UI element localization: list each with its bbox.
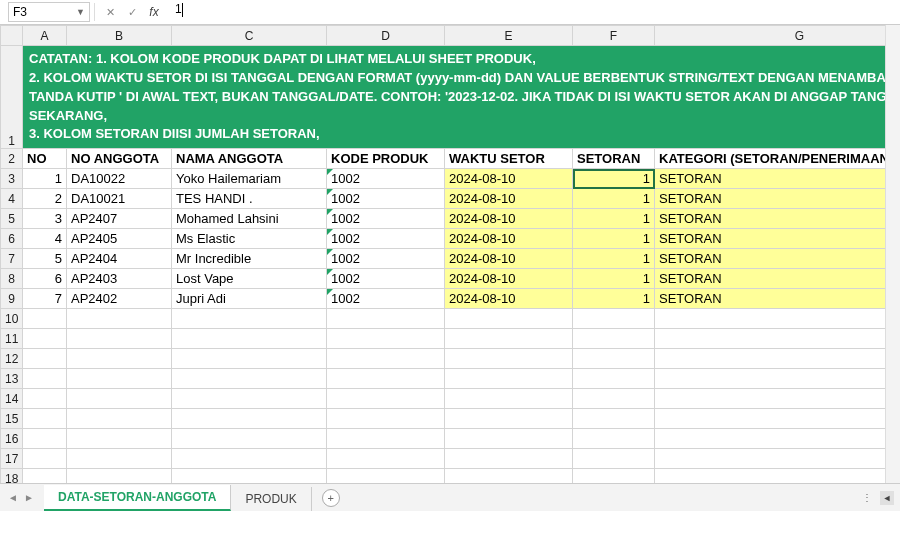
cell-B17[interactable] (67, 449, 172, 469)
cell-B10[interactable] (67, 309, 172, 329)
row-header-13[interactable]: 13 (1, 369, 23, 389)
cell-B12[interactable] (67, 349, 172, 369)
cell-A14[interactable] (23, 389, 67, 409)
hdr-waktu-setor[interactable]: WAKTU SETOR (445, 149, 573, 169)
cell-D12[interactable] (327, 349, 445, 369)
cell-G11[interactable] (655, 329, 901, 349)
cell-C17[interactable] (172, 449, 327, 469)
cell-G7[interactable]: SETORAN (655, 249, 901, 269)
hdr-setoran[interactable]: SETORAN (573, 149, 655, 169)
cell-C15[interactable] (172, 409, 327, 429)
cell-A11[interactable] (23, 329, 67, 349)
cell-C6[interactable]: Ms Elastic (172, 229, 327, 249)
col-header-B[interactable]: B (67, 26, 172, 46)
col-header-F[interactable]: F (573, 26, 655, 46)
row-header-7[interactable]: 7 (1, 249, 23, 269)
cell-F15[interactable] (573, 409, 655, 429)
cell-C7[interactable]: Mr Incredible (172, 249, 327, 269)
cell-F11[interactable] (573, 329, 655, 349)
col-header-G[interactable]: G (655, 26, 901, 46)
cell-G10[interactable] (655, 309, 901, 329)
cell-E4[interactable]: 2024-08-10 (445, 189, 573, 209)
cell-F13[interactable] (573, 369, 655, 389)
name-box[interactable]: F3 ▼ (8, 2, 90, 22)
cell-B4[interactable]: DA10021 (67, 189, 172, 209)
cell-D10[interactable] (327, 309, 445, 329)
cell-G13[interactable] (655, 369, 901, 389)
row-header-10[interactable]: 10 (1, 309, 23, 329)
cell-G6[interactable]: SETORAN (655, 229, 901, 249)
cell-A12[interactable] (23, 349, 67, 369)
check-icon[interactable]: ✓ (121, 2, 143, 22)
row-header-17[interactable]: 17 (1, 449, 23, 469)
cell-D3[interactable]: 1002 (327, 169, 445, 189)
cell-E14[interactable] (445, 389, 573, 409)
col-header-D[interactable]: D (327, 26, 445, 46)
cell-A5[interactable]: 3 (23, 209, 67, 229)
cell-C16[interactable] (172, 429, 327, 449)
cell-B5[interactable]: AP2407 (67, 209, 172, 229)
hdr-kode-produk[interactable]: KODE PRODUK (327, 149, 445, 169)
cell-F17[interactable] (573, 449, 655, 469)
hdr-no-anggota[interactable]: NO ANGGOTA (67, 149, 172, 169)
vertical-scrollbar[interactable] (885, 25, 900, 483)
cell-D16[interactable] (327, 429, 445, 449)
formula-input[interactable]: 1 (169, 2, 892, 22)
hdr-nama-anggota[interactable]: NAMA ANGGOTA (172, 149, 327, 169)
add-sheet-button[interactable]: + (322, 489, 340, 507)
cell-E15[interactable] (445, 409, 573, 429)
row-header-8[interactable]: 8 (1, 269, 23, 289)
cell-F10[interactable] (573, 309, 655, 329)
row-header-16[interactable]: 16 (1, 429, 23, 449)
cell-G5[interactable]: SETORAN (655, 209, 901, 229)
cell-E3[interactable]: 2024-08-10 (445, 169, 573, 189)
cell-F4[interactable]: 1 (573, 189, 655, 209)
cell-D5[interactable]: 1002 (327, 209, 445, 229)
cell-B15[interactable] (67, 409, 172, 429)
nav-next-icon[interactable]: ► (22, 491, 36, 505)
hdr-kategori[interactable]: KATEGORI (SETORAN/PENERIMAAN JASA) (655, 149, 901, 169)
cell-G9[interactable]: SETORAN (655, 289, 901, 309)
cell-B7[interactable]: AP2404 (67, 249, 172, 269)
cell-D17[interactable] (327, 449, 445, 469)
col-header-E[interactable]: E (445, 26, 573, 46)
cell-D9[interactable]: 1002 (327, 289, 445, 309)
cell-C13[interactable] (172, 369, 327, 389)
nav-prev-icon[interactable]: ◄ (6, 491, 20, 505)
cell-E11[interactable] (445, 329, 573, 349)
cell-C3[interactable]: Yoko Hailemariam (172, 169, 327, 189)
row-header-4[interactable]: 4 (1, 189, 23, 209)
chevron-down-icon[interactable]: ▼ (76, 7, 85, 17)
cell-A7[interactable]: 5 (23, 249, 67, 269)
col-header-C[interactable]: C (172, 26, 327, 46)
catatan-cell[interactable]: CATATAN: 1. KOLOM KODE PRODUK DAPAT DI L… (23, 46, 901, 149)
cell-G12[interactable] (655, 349, 901, 369)
cell-C8[interactable]: Lost Vape (172, 269, 327, 289)
cell-G4[interactable]: SETORAN (655, 189, 901, 209)
row-header-2[interactable]: 2 (1, 149, 23, 169)
cell-E6[interactable]: 2024-08-10 (445, 229, 573, 249)
row-header-11[interactable]: 11 (1, 329, 23, 349)
cell-F7[interactable]: 1 (573, 249, 655, 269)
cell-E13[interactable] (445, 369, 573, 389)
row-header-6[interactable]: 6 (1, 229, 23, 249)
hdr-no[interactable]: NO (23, 149, 67, 169)
cell-E8[interactable]: 2024-08-10 (445, 269, 573, 289)
cell-D14[interactable] (327, 389, 445, 409)
cell-F3[interactable]: 1 (573, 169, 655, 189)
col-header-A[interactable]: A (23, 26, 67, 46)
cell-D13[interactable] (327, 369, 445, 389)
cell-B3[interactable]: DA10022 (67, 169, 172, 189)
cell-C11[interactable] (172, 329, 327, 349)
cell-C5[interactable]: Mohamed Lahsini (172, 209, 327, 229)
cell-E16[interactable] (445, 429, 573, 449)
cell-D8[interactable]: 1002 (327, 269, 445, 289)
cancel-icon[interactable]: ✕ (99, 2, 121, 22)
cell-F9[interactable]: 1 (573, 289, 655, 309)
cell-D7[interactable]: 1002 (327, 249, 445, 269)
cell-A6[interactable]: 4 (23, 229, 67, 249)
row-header-12[interactable]: 12 (1, 349, 23, 369)
sheet-tab[interactable]: PRODUK (231, 487, 311, 511)
cell-A16[interactable] (23, 429, 67, 449)
cell-B8[interactable]: AP2403 (67, 269, 172, 289)
